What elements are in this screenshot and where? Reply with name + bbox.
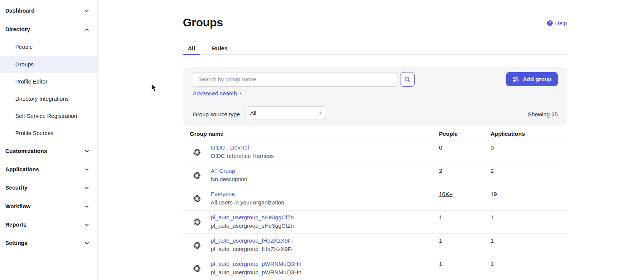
sidebar-item-label: Self-Service Registration	[15, 113, 77, 119]
group-avatar-icon	[193, 218, 201, 226]
sidebar-item-applications[interactable]: Applications	[0, 161, 97, 178]
applications-count: 1	[491, 237, 494, 244]
group-name-link[interactable]: pl_auto_usergroup_sHe3ggCfZn	[211, 214, 294, 220]
people-count: 1	[439, 237, 442, 244]
mouse-cursor	[151, 83, 158, 93]
sidebar-item-dashboard[interactable]: Dashboard	[0, 2, 97, 19]
chevron-down-icon	[84, 167, 89, 172]
help-label: Help	[555, 20, 567, 26]
sidebar-item-profile-editor[interactable]: Profile Editor	[0, 73, 97, 90]
group-description: pl_auto_usergroup_fHqZKzX9Fi	[211, 246, 292, 252]
group-source-type-select[interactable]: All ▾	[245, 106, 326, 119]
search-filter-panel: Add group Advanced search ▾ Group source…	[183, 67, 567, 126]
sidebar-item-groups[interactable]: Groups	[0, 56, 97, 73]
sidebar-item-directory[interactable]: Directory	[0, 21, 97, 38]
tab-label: All	[188, 45, 195, 51]
group-name-link[interactable]: OIDC - DevRel	[211, 144, 249, 151]
chevron-down-icon	[84, 241, 89, 246]
sidebar-item-label: Groups	[15, 61, 34, 68]
chevron-down-icon	[84, 149, 89, 154]
table-row: Everyone All users in your organization …	[183, 187, 567, 211]
chevron-down-icon	[84, 185, 89, 190]
group-name-link[interactable]: pl_auto_usergroup_fHqZKzX9Fi	[211, 237, 292, 244]
sidebar-item-security[interactable]: Security	[0, 179, 97, 196]
advanced-search-link[interactable]: Advanced search ▾	[193, 90, 241, 97]
sidebar-item-customizations[interactable]: Customizations	[0, 142, 97, 160]
sidebar-item-directory-integrations[interactable]: Directory Integrations	[0, 90, 97, 108]
sidebar-item-label: People	[15, 44, 33, 50]
help-question-icon: ?	[547, 20, 553, 26]
chevron-up-icon	[84, 27, 89, 32]
applications-count: 19	[491, 191, 497, 197]
add-group-button[interactable]: Add group	[506, 72, 558, 86]
search-button[interactable]	[400, 72, 415, 87]
group-description: OIDC reference Harness	[211, 153, 274, 159]
sidebar-item-people[interactable]: People	[0, 38, 97, 56]
tab-all[interactable]: All	[183, 42, 200, 54]
sidebar-item-label: Customizations	[5, 148, 47, 154]
search-input[interactable]	[193, 72, 397, 87]
sidebar-item-label: Directory	[5, 26, 30, 32]
column-group-name: Group name	[190, 130, 223, 137]
selected-option: All	[250, 110, 257, 116]
group-avatar-icon	[193, 171, 201, 180]
showing-count: Showing 25	[528, 111, 558, 117]
column-applications: Applications	[491, 130, 525, 137]
group-description: pl_auto_usergroup_sHe3ggCfZn	[211, 222, 294, 229]
chevron-down-icon	[84, 204, 89, 209]
group-description: No description	[211, 176, 247, 182]
sidebar-item-label: Reports	[5, 222, 27, 228]
applications-count: 1	[491, 214, 494, 220]
sidebar-item-label: Workflow	[5, 203, 31, 209]
group-name-link[interactable]: AT Group	[211, 167, 235, 174]
people-count-link[interactable]: 10K+	[439, 191, 452, 197]
add-group-icon	[512, 76, 520, 82]
people-count: 2	[439, 167, 442, 174]
sidebar-item-label: Settings	[5, 240, 27, 246]
group-avatar-icon	[193, 195, 201, 203]
add-group-label: Add group	[523, 76, 552, 82]
sidebar-item-label: Profile Sources	[15, 130, 53, 136]
people-count: 1	[439, 214, 442, 220]
people-count: 0	[439, 144, 442, 151]
sidebar-item-label: Profile Editor	[15, 79, 47, 85]
chevron-down-icon	[84, 8, 89, 13]
group-avatar-icon	[193, 241, 201, 249]
sidebar-item-label: Applications	[5, 166, 39, 172]
applications-count: 2	[491, 167, 494, 174]
group-description: pl_auto_usergroup_pWRNMuQ3Hn	[211, 269, 302, 275]
group-avatar-icon	[193, 148, 201, 156]
sidebar-item-profile-sources[interactable]: Profile Sources	[0, 124, 97, 142]
caret-down-icon: ▾	[240, 92, 242, 95]
table-row: AT Group No description 2 2	[183, 164, 567, 187]
group-avatar-icon	[193, 264, 201, 273]
main-content: Groups ? Help All Rules	[183, 0, 567, 280]
table-row: OIDC - DevRel OIDC reference Harness 0 0	[183, 141, 567, 164]
page-title: Groups	[183, 16, 223, 29]
sidebar-item-self-service-registration[interactable]: Self-Service Registration	[0, 107, 97, 125]
caret-down-icon: ▾	[319, 111, 321, 115]
advanced-search-label: Advanced search	[193, 90, 237, 97]
group-name-link[interactable]: pl_auto_usergroup_pWRNMuQ3Hn	[211, 261, 302, 267]
tab-rules[interactable]: Rules	[207, 42, 232, 54]
sidebar-item-label: Security	[5, 185, 27, 191]
sidebar-item-label: Directory Integrations	[15, 96, 69, 102]
group-description: All users in your organization	[211, 199, 284, 206]
help-link[interactable]: ? Help	[547, 20, 567, 26]
panel-divider	[183, 102, 567, 102]
search-icon	[404, 76, 411, 83]
group-source-type-label: Group source type	[193, 111, 240, 117]
applications-count: 0	[491, 144, 494, 151]
chevron-down-icon	[84, 222, 89, 227]
sidebar-item-settings[interactable]: Settings	[0, 234, 97, 252]
table-row: pl_auto_usergroup_sHe3ggCfZn pl_auto_use…	[183, 211, 567, 234]
table-row: pl_auto_usergroup_fHqZKzX9Fi pl_auto_use…	[183, 234, 567, 257]
group-name-link[interactable]: Everyone	[211, 191, 235, 197]
sidebar: Dashboard Directory People Groups Profil…	[0, 0, 98, 280]
table-row: pl_auto_usergroup_pWRNMuQ3Hn pl_auto_use…	[183, 257, 567, 280]
table-header: Group name People Applications	[183, 128, 567, 140]
sidebar-item-workflow[interactable]: Workflow	[0, 198, 97, 215]
tab-bar: All Rules	[183, 42, 567, 55]
sidebar-item-reports[interactable]: Reports	[0, 216, 97, 233]
tab-label: Rules	[212, 45, 228, 51]
